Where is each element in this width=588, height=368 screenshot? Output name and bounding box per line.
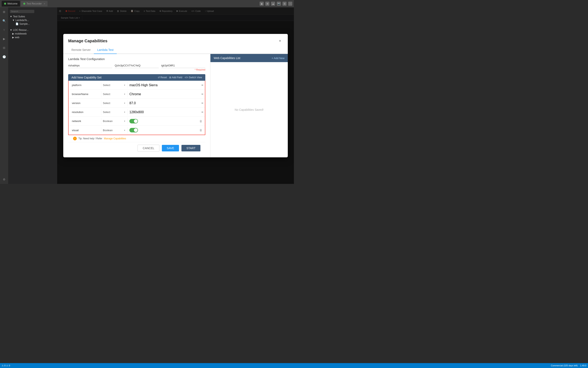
tab-lambda-test[interactable]: Lambda Test — [94, 46, 117, 54]
cap-type-version: Select — [101, 100, 128, 106]
save-button[interactable]: SAVE — [162, 145, 179, 151]
tab-label-welcome: Welcome — [7, 2, 18, 5]
table-row: network Boolean — [69, 117, 205, 126]
username-input[interactable] — [68, 63, 112, 68]
cap-type-resolution: Select — [101, 109, 128, 115]
tab-dot-welcome — [4, 3, 6, 5]
capability-table: platform Select — [68, 81, 205, 135]
modal-footer: CANCEL SAVE START — [68, 142, 205, 154]
icon-2[interactable]: ⚙ — [265, 2, 269, 6]
tip-bar: ! Tip: Need help ! Refer Manage Capabili… — [68, 135, 205, 142]
file-tree-item-suites[interactable]: ▼Test Suites — [8, 15, 57, 18]
cap-value-text-browsername: Chrome — [129, 92, 141, 96]
sidebar-icon-run[interactable]: ▶ — [1, 36, 7, 42]
visual-toggle[interactable] — [129, 128, 138, 132]
config-field-key — [115, 63, 159, 71]
config-field-username — [68, 63, 112, 71]
cap-value-chevron-resolution: ▾ — [202, 111, 203, 113]
cancel-button[interactable]: CANCEL — [138, 145, 159, 152]
modal-tabs: Remote Server Lambda Test — [63, 46, 288, 54]
tab-remote-server[interactable]: Remote Server — [68, 46, 94, 54]
cap-value-visual — [128, 126, 197, 134]
icon-3[interactable]: ☁ — [271, 2, 275, 6]
cap-key-browsername: browserName — [69, 91, 101, 97]
top-bar: Welcome Test Recorder × ◉ ⚙ ☁ 📷 ☰ ⋯ — [0, 0, 294, 7]
cap-value-resolution: 1280x800 ▾ — [128, 109, 205, 116]
empty-capabilities-message: No Capabilities Saved! — [235, 108, 264, 111]
file-tree-item-loc[interactable]: ▼LOC Resour... — [8, 28, 57, 32]
access-key-input[interactable] — [115, 63, 159, 68]
table-row: platform Select — [69, 81, 205, 90]
cap-type-select-wrapper-browsername: Select — [103, 92, 126, 96]
file-tree-item-mobileweb[interactable]: ▶mobileweb — [8, 32, 57, 36]
sidebar-icon-git[interactable]: ⑂ — [1, 27, 7, 33]
icon-4[interactable]: 📷 — [277, 2, 281, 6]
icon-1[interactable]: ◉ — [260, 2, 264, 6]
cap-type-select-platform[interactable]: Select — [103, 83, 126, 87]
modal-close-button[interactable]: × — [277, 38, 283, 44]
tab-test-recorder[interactable]: Test Recorder × — [21, 1, 48, 7]
capability-set-header: Add New Capability Set ↺ Reset ⊞ Add Fie… — [68, 74, 205, 81]
sidebar-icon-search[interactable]: 🔍 — [1, 18, 7, 24]
start-button[interactable]: START — [181, 145, 201, 151]
right-panel-header: Web Capabilities List + Add New — [211, 54, 288, 62]
cap-type-platform: Select — [101, 82, 128, 88]
config-fields: * Required — [68, 63, 205, 71]
table-row: resolution Select — [69, 108, 205, 117]
modal-right-panel: Web Capabilities List + Add New No Capab… — [210, 54, 288, 157]
tab-dot-recorder — [23, 3, 25, 5]
token-input[interactable] — [161, 63, 205, 68]
sidebar-icon-files[interactable]: ⊞ — [1, 9, 7, 15]
cap-value-chevron-platform: ▾ — [202, 84, 203, 86]
cap-type-select-browsername[interactable]: Select — [103, 92, 126, 96]
add-new-button[interactable]: + Add New — [272, 57, 284, 60]
network-toggle[interactable] — [129, 119, 138, 123]
cap-key-network: network — [69, 118, 101, 124]
content-area: ⚙ Record + Shareable Test Case ⊞ Add 🗑 D… — [57, 7, 294, 184]
cap-value-platform: macOS High Sierra ▾ — [128, 82, 205, 89]
file-tree-item-sample[interactable]: 📄Sample... — [8, 22, 57, 26]
cap-type-select-visual[interactable]: Boolean — [103, 129, 126, 132]
file-tree-item-web[interactable]: ▶web — [8, 36, 57, 39]
cap-key-visual: visual — [69, 127, 101, 133]
table-row: browserName Select — [69, 90, 205, 99]
switch-view-button[interactable]: </> Switch View — [185, 76, 202, 79]
cap-type-select-wrapper-resolution: Select — [103, 110, 126, 114]
sidebar-icon-history[interactable]: 🕐 — [1, 54, 7, 60]
tab-welcome[interactable]: Welcome — [2, 1, 20, 7]
cap-value-wrapper-platform: macOS High Sierra ▾ — [129, 83, 203, 87]
cap-value-wrapper-version: 87.0 ▾ — [129, 101, 203, 105]
top-bar-right: ◉ ⚙ ☁ 📷 ☰ ⋯ — [260, 2, 292, 6]
cap-type-browsername: Select — [101, 91, 128, 97]
config-field-token: * Required — [161, 63, 205, 71]
cap-value-wrapper-resolution: 1280x800 ▾ — [129, 110, 203, 114]
cap-value-chevron-version: ▾ — [202, 102, 203, 104]
cap-type-select-version[interactable]: Select — [103, 101, 126, 105]
cap-type-select-network[interactable]: Boolean — [103, 120, 126, 123]
capability-set-title: Add New Capability Set — [71, 76, 101, 79]
cap-type-visual: Boolean — [101, 127, 128, 133]
reset-button[interactable]: ↺ Reset — [158, 76, 167, 79]
tip-link[interactable]: Manage Capabilities — [104, 137, 126, 140]
capability-set-actions: ↺ Reset ⊞ Add Field </> Switch View — [158, 76, 202, 79]
main-layout: ⊞ 🔍 ⑂ ▶ ⊟ 🕐 ⚙ ▼Test Suites ▼LambdaTe... … — [0, 7, 294, 184]
modal-left-panel: Lambda Test Configuration * Required — [63, 54, 210, 157]
search-bar — [8, 9, 57, 14]
cap-type-select-resolution[interactable]: Select — [103, 110, 126, 114]
icon-5[interactable]: ☰ — [282, 2, 287, 6]
visual-delete-button[interactable]: 🗑 — [197, 129, 205, 132]
sidebar-icon-settings[interactable]: ⚙ — [1, 176, 7, 182]
file-tree-item-lambda[interactable]: ▼LambdaTe... — [8, 18, 57, 22]
cap-value-wrapper-browsername: Chrome ▾ — [129, 92, 203, 96]
cap-key-version: version — [69, 100, 101, 106]
search-input[interactable] — [10, 10, 34, 13]
modal-header: Manage Capabilities × — [63, 34, 288, 44]
file-tree: ▼Test Suites ▼LambdaTe... 📄Sample... ▼LO… — [8, 7, 57, 184]
icon-6[interactable]: ⋯ — [288, 2, 292, 6]
sidebar-icon-extensions[interactable]: ⊟ — [1, 45, 7, 51]
tab-close-recorder[interactable]: × — [44, 2, 45, 5]
network-delete-button[interactable]: 🗑 — [197, 120, 205, 123]
sidebar-icons: ⊞ 🔍 ⑂ ▶ ⊟ 🕐 ⚙ — [0, 7, 8, 184]
tip-icon: ! — [73, 137, 77, 140]
add-field-button[interactable]: ⊞ Add Field — [169, 76, 182, 79]
